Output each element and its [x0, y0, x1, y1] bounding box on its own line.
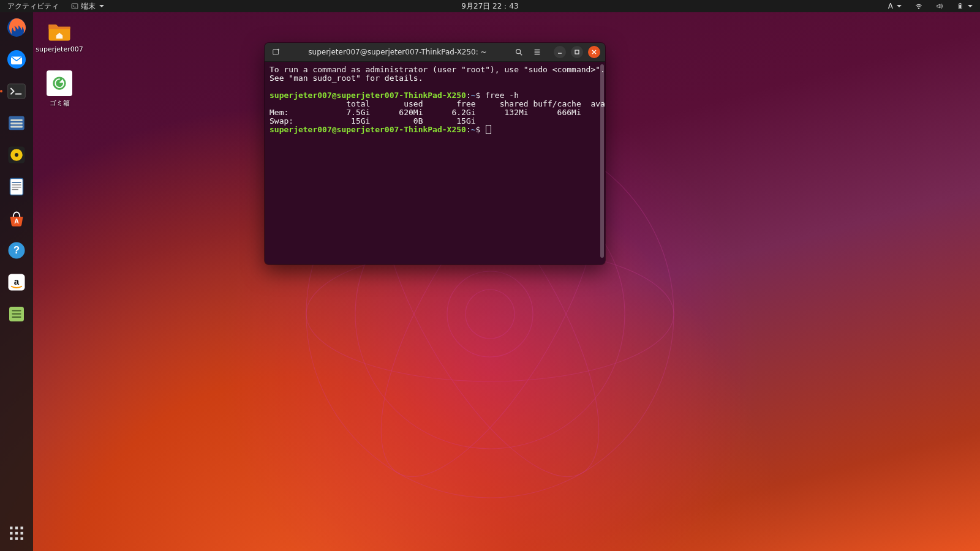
terminal-cursor [486, 126, 491, 133]
app-menu[interactable]: 端末 [69, 1, 107, 12]
input-source-text: A [888, 2, 892, 10]
maximize-button[interactable] [571, 46, 583, 58]
terminal-body[interactable]: To run a command as administrator (user … [265, 62, 605, 264]
prompt-host: superjeter007-ThinkPad-X250 [337, 91, 466, 100]
music-icon [6, 144, 28, 166]
help-icon: ? [6, 239, 28, 261]
svg-rect-37 [12, 317, 21, 318]
motd-line-1: To run a command as administrator (user … [270, 65, 605, 74]
terminal-small-icon [71, 2, 78, 10]
document-icon [6, 176, 28, 198]
chevron-down-icon [99, 5, 104, 7]
thunderbird-icon [6, 48, 28, 70]
firefox-icon [6, 17, 28, 39]
search-button[interactable] [511, 45, 527, 59]
terminal-window[interactable]: superjeter007@superjeter007-ThinkPad-X25… [265, 43, 605, 264]
svg-rect-17 [10, 119, 23, 121]
search-icon [514, 48, 523, 56]
desktop-icon-label: ゴミ箱 [50, 99, 70, 108]
terminal-icon [6, 80, 28, 102]
svg-rect-0 [72, 4, 78, 9]
motd-line-2: See "man sudo_root" for details. [270, 73, 423, 83]
svg-point-9 [466, 290, 514, 339]
svg-rect-19 [10, 126, 23, 128]
svg-point-6 [306, 247, 674, 381]
home-folder-icon [47, 17, 72, 43]
desktop-icon-label: superjeter007 [36, 45, 83, 53]
svg-text:A: A [14, 217, 19, 225]
dock-app-files[interactable] [5, 111, 28, 135]
dock-app-todo[interactable] [5, 302, 28, 326]
prompt-host: superjeter007-ThinkPad-X250 [337, 125, 466, 134]
dock: A ? a [0, 12, 33, 500]
prompt-path: ~ [471, 125, 476, 134]
input-source-indicator[interactable]: A [886, 2, 892, 10]
dock-app-help[interactable]: ? [5, 239, 28, 262]
terminal-title: superjeter007@superjeter007-ThinkPad-X25… [285, 48, 510, 56]
minimize-button[interactable] [554, 46, 566, 58]
activities-button[interactable]: アクティビティ [5, 1, 61, 12]
terminal-titlebar[interactable]: superjeter007@superjeter007-ThinkPad-X25… [265, 43, 605, 62]
hamburger-icon [533, 48, 541, 56]
svg-point-48 [516, 50, 521, 54]
menu-button[interactable] [529, 45, 545, 59]
list-icon [6, 303, 28, 325]
dock-app-software[interactable]: A [5, 207, 28, 230]
clock[interactable]: 9月27日 22：43 [459, 1, 521, 12]
software-icon: A [6, 208, 28, 230]
svg-rect-49 [575, 50, 579, 54]
prompt-user: superjeter007 [270, 125, 332, 134]
prompt-user: superjeter007 [270, 91, 332, 100]
minimize-icon [557, 49, 563, 55]
files-icon [6, 112, 28, 134]
close-button[interactable] [588, 46, 600, 58]
svg-point-22 [15, 153, 18, 157]
desktop-icons-region: superjeter007 ゴミ箱 [37, 17, 82, 108]
amazon-icon: a [6, 271, 28, 293]
prompt-path: ~ [471, 91, 476, 100]
app-menu-label: 端末 [81, 1, 96, 12]
svg-rect-26 [12, 184, 21, 186]
prompt-symbol: $ [476, 91, 481, 100]
prompt-command: free -h [485, 91, 519, 100]
activities-label: アクティビティ [7, 1, 59, 12]
desktop-icon-trash[interactable]: ゴミ箱 [37, 70, 82, 108]
svg-text:a: a [14, 276, 20, 287]
close-icon [591, 49, 597, 55]
dock-app-rhythmbox[interactable] [5, 143, 28, 167]
desktop-icon-home[interactable]: superjeter007 [37, 17, 82, 53]
dock-app-thunderbird[interactable] [5, 48, 28, 71]
svg-point-10 [447, 271, 533, 357]
maximize-icon [574, 49, 580, 55]
svg-rect-36 [12, 313, 21, 315]
dock-app-amazon[interactable]: a [5, 271, 28, 294]
svg-text:?: ? [13, 244, 20, 255]
dock-app-writer[interactable] [5, 175, 28, 198]
top-bar: アクティビティ 端末 9月27日 22：43 A [0, 0, 892, 12]
dock-app-firefox[interactable] [5, 16, 28, 39]
svg-rect-25 [12, 182, 21, 184]
svg-rect-35 [12, 310, 21, 311]
new-tab-icon [272, 48, 281, 56]
svg-rect-28 [12, 189, 19, 190]
svg-rect-18 [10, 122, 23, 124]
trash-icon [47, 70, 72, 96]
svg-rect-14 [8, 84, 26, 99]
clock-text: 9月27日 22：43 [461, 1, 518, 12]
free-output-table: total used free shared buff/cache availa… [270, 99, 605, 126]
terminal-scrollbar[interactable] [600, 64, 604, 258]
svg-rect-27 [12, 187, 21, 188]
dock-app-terminal[interactable] [5, 80, 28, 103]
prompt-symbol: $ [476, 125, 481, 134]
new-tab-button[interactable] [268, 45, 284, 59]
